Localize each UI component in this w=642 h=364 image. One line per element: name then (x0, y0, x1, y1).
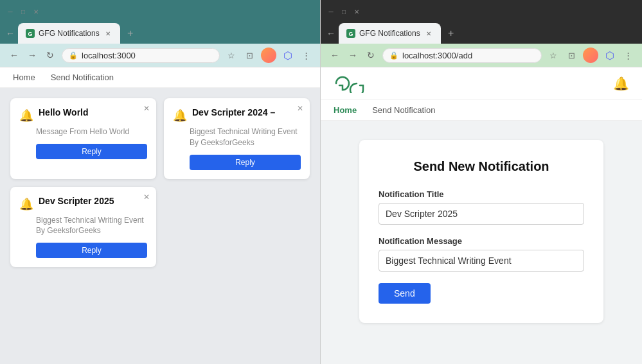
back-icon-left[interactable]: ← (5, 28, 15, 39)
minimize-icon-left[interactable]: ─ (5, 6, 15, 17)
bell-icon-3: 🔔 (19, 197, 33, 211)
bell-icon-2: 🔔 (173, 108, 187, 123)
nav-home-right[interactable]: Home (334, 105, 357, 115)
notification-card-2: 🔔 Dev Scripter 2024 – ✕ Biggest Technica… (164, 98, 310, 179)
title-label: Notification Title (379, 189, 584, 199)
reply-button-2[interactable]: Reply (190, 155, 301, 170)
minimize-icon-right[interactable]: ─ (326, 6, 336, 17)
url-text-left: localhost:3000 (82, 51, 136, 60)
title-form-group: Notification Title (379, 189, 584, 225)
notification-card-3: 🔔 Dev Scripter 2025 ✕ Biggest Technical … (10, 187, 156, 268)
card-message-2: Biggest Technical Writing Event By Geeks… (173, 126, 301, 148)
browser-window-left: ─ □ ✕ ← G GFG Notifications ✕ + ← → ↻ 🔒 … (0, 0, 321, 364)
address-bar-left: ← → ↻ 🔒 localhost:3000 ☆ ⊡ ⬡ ⋮ (0, 44, 320, 67)
page-content-left: 🔔 Hello World ✕ Message From Hello World… (0, 88, 320, 364)
new-tab-left[interactable]: + (123, 26, 138, 41)
bookmark-icon-right[interactable]: ☆ (547, 49, 560, 62)
maximize-icon-right[interactable]: □ (339, 6, 349, 17)
browser-menu-right[interactable]: ⋮ (621, 49, 634, 62)
extensions-icon-right[interactable]: ⬡ (603, 49, 616, 62)
send-notification-card: Send New Notification Notification Title… (359, 140, 603, 323)
browser-menu-left[interactable]: ⋮ (299, 49, 312, 62)
nav-send-left[interactable]: Send Notification (51, 73, 114, 82)
card-close-3[interactable]: ✕ (143, 193, 150, 201)
nav-home-left[interactable]: Home (13, 73, 35, 82)
tab-bar-left: ← G GFG Notifications ✕ + (0, 23, 320, 44)
back-button-right[interactable]: ← (328, 49, 341, 62)
url-lock-right: 🔒 (389, 51, 398, 60)
message-label: Notification Message (379, 236, 584, 246)
tab-title-right: GFG Notifications (359, 29, 420, 38)
tab-favicon-right: G (346, 29, 355, 38)
card-close-1[interactable]: ✕ (143, 105, 150, 112)
card-close-2[interactable]: ✕ (297, 105, 303, 112)
url-box-left[interactable]: 🔒 localhost:3000 (62, 48, 220, 63)
forward-button-left[interactable]: → (26, 49, 39, 62)
profile-avatar-right[interactable] (583, 48, 598, 63)
window-controls-right: ─ □ ✕ (326, 6, 362, 17)
maximize-icon-left[interactable]: □ (18, 6, 28, 17)
card-message-1: Message From Hello World (19, 126, 147, 137)
new-tab-right[interactable]: + (443, 26, 459, 41)
window-controls-left: ─ □ ✕ (5, 6, 41, 17)
card-header-2: 🔔 Dev Scripter 2024 – (173, 107, 301, 123)
close-icon-left[interactable]: ✕ (31, 6, 41, 17)
cast-icon-right[interactable]: ⊡ (565, 49, 578, 62)
active-tab-left[interactable]: G GFG Notifications ✕ (18, 23, 120, 44)
url-text-right: localhost:3000/add (402, 51, 472, 60)
logo-svg (334, 74, 372, 93)
tab-bar-right: ← G GFG Notifications ✕ + (321, 23, 642, 44)
notification-card-1: 🔔 Hello World ✕ Message From Hello World… (10, 98, 156, 179)
tab-title-left: GFG Notifications (39, 29, 100, 38)
gfg-logo (334, 74, 372, 93)
header-bell-icon[interactable]: 🔔 (613, 76, 629, 91)
back-button-left[interactable]: ← (8, 49, 21, 62)
bookmark-icon-left[interactable]: ☆ (225, 49, 238, 62)
tab-close-left[interactable]: ✕ (103, 29, 112, 38)
url-box-right[interactable]: 🔒 localhost:3000/add (382, 48, 542, 63)
message-form-group: Notification Message (379, 236, 584, 272)
close-icon-right[interactable]: ✕ (352, 6, 362, 17)
browser-window-right: ─ □ ✕ ← G GFG Notifications ✕ + ← → ↻ 🔒 … (321, 0, 642, 364)
svg-text:G: G (348, 31, 353, 37)
card-title-2: Dev Scripter 2024 – (192, 107, 301, 117)
back-icon-right[interactable]: ← (326, 28, 336, 39)
address-bar-right: ← → ↻ 🔒 localhost:3000/add ☆ ⊡ ⬡ ⋮ (321, 44, 642, 67)
card-header-3: 🔔 Dev Scripter 2025 (19, 196, 147, 211)
bell-icon-1: 🔔 (19, 108, 33, 123)
app-nav-left: Home Send Notification (0, 67, 320, 88)
titlebar-right: ─ □ ✕ (321, 0, 642, 23)
card-title-1: Hello World (39, 107, 147, 117)
title-input[interactable] (379, 203, 584, 225)
card-message-3: Biggest Technical Writing Event By Geeks… (19, 215, 147, 237)
url-lock-left: 🔒 (69, 51, 78, 60)
forward-button-right[interactable]: → (346, 49, 359, 62)
extensions-icon-left[interactable]: ⬡ (281, 49, 294, 62)
svg-text:G: G (28, 31, 32, 37)
send-notification-title: Send New Notification (379, 159, 584, 174)
profile-avatar-left[interactable] (261, 48, 276, 63)
active-tab-right[interactable]: G GFG Notifications ✕ (339, 23, 441, 44)
app-header-right: 🔔 (321, 67, 642, 100)
send-button[interactable]: Send (379, 283, 431, 304)
card-title-3: Dev Scripter 2025 (39, 196, 147, 206)
reply-button-3[interactable]: Reply (36, 243, 147, 258)
message-input[interactable] (379, 250, 584, 272)
cast-icon-left[interactable]: ⊡ (243, 49, 256, 62)
app-nav-right: Home Send Notification (321, 100, 642, 121)
tab-favicon-left: G (26, 29, 35, 38)
nav-send-right[interactable]: Send Notification (372, 105, 435, 115)
tab-close-right[interactable]: ✕ (424, 29, 433, 38)
card-header-1: 🔔 Hello World (19, 107, 147, 123)
reload-button-right[interactable]: ↻ (364, 49, 377, 62)
reply-button-1[interactable]: Reply (36, 144, 147, 159)
titlebar-left: ─ □ ✕ (0, 0, 320, 23)
page-content-right: Send New Notification Notification Title… (321, 121, 642, 364)
reload-button-left[interactable]: ↻ (44, 49, 57, 62)
